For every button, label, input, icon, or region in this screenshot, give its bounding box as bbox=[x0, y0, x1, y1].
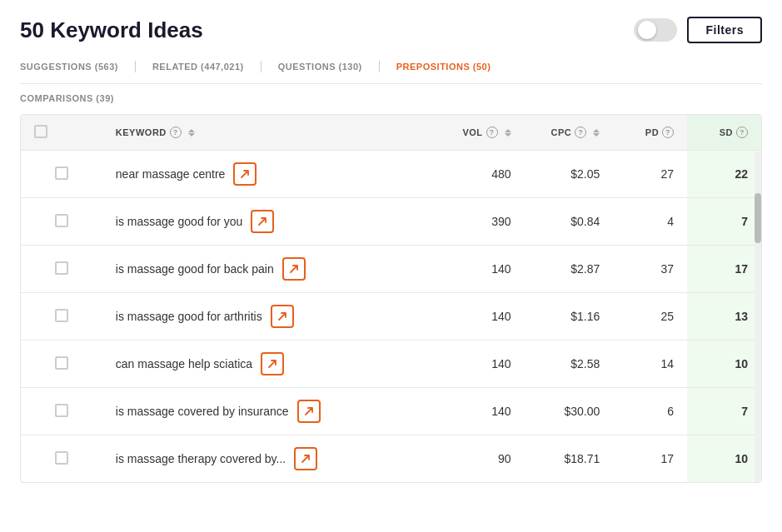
sd-help-icon[interactable]: ? bbox=[736, 127, 748, 138]
keyword-redirect-button[interactable] bbox=[294, 447, 317, 470]
table-row: is massage covered by insurance140$30.00… bbox=[21, 388, 761, 435]
vol-cell: 140 bbox=[436, 246, 525, 293]
table-header-row: KEYWORD ? VOL ? bbox=[21, 115, 761, 151]
vol-cell: 140 bbox=[436, 293, 525, 341]
keyword-text: can massage help sciatica bbox=[116, 357, 252, 370]
vol-cell: 480 bbox=[436, 151, 525, 198]
row-checkbox[interactable] bbox=[55, 404, 68, 417]
tab-divider-3 bbox=[379, 61, 380, 72]
tab-related[interactable]: RELATED (447,021) bbox=[152, 62, 261, 72]
keyword-redirect-button[interactable] bbox=[271, 305, 294, 328]
keyword-text: is massage covered by insurance bbox=[116, 405, 289, 418]
keyword-redirect-button[interactable] bbox=[297, 400, 321, 423]
vol-cell: 140 bbox=[436, 341, 525, 388]
cpc-sort[interactable] bbox=[593, 129, 600, 137]
tab-bar: SUGGESTIONS (563) RELATED (447,021) QUES… bbox=[20, 60, 762, 84]
sd-cell: 10 bbox=[687, 341, 761, 388]
th-keyword: KEYWORD ? bbox=[102, 115, 436, 151]
keyword-help-icon[interactable]: ? bbox=[170, 127, 182, 138]
table-row: can massage help sciatica140$2.581410 bbox=[21, 341, 761, 388]
table-row: is massage good for back pain140$2.87371… bbox=[21, 246, 761, 293]
header-controls: Filters bbox=[634, 17, 762, 43]
toggle-thumb bbox=[638, 21, 656, 39]
row-checkbox-cell bbox=[21, 293, 102, 341]
row-checkbox[interactable] bbox=[55, 167, 68, 180]
keyword-cell: is massage therapy covered by... bbox=[102, 435, 436, 483]
tab-divider-2 bbox=[261, 61, 261, 72]
scrollbar-thumb[interactable] bbox=[755, 193, 761, 243]
select-all-header bbox=[21, 115, 102, 151]
tab-questions[interactable]: QUESTIONS (130) bbox=[278, 62, 379, 72]
th-pd: PD ? bbox=[613, 115, 687, 151]
table-row: is massage good for you390$0.8447 bbox=[21, 198, 761, 246]
table-row: is massage therapy covered by...90$18.71… bbox=[21, 435, 761, 483]
sort-up-icon bbox=[188, 129, 195, 132]
scrollbar-track[interactable] bbox=[755, 152, 761, 482]
row-checkbox[interactable] bbox=[55, 214, 68, 227]
cpc-sort-up-icon bbox=[593, 129, 600, 132]
keyword-cell: near massage centre bbox=[102, 151, 436, 198]
keyword-cell: is massage good for back pain bbox=[102, 246, 436, 293]
keyword-redirect-button[interactable] bbox=[251, 210, 274, 233]
cpc-help-icon[interactable]: ? bbox=[575, 127, 586, 138]
row-checkbox[interactable] bbox=[55, 309, 68, 322]
vol-cell: 390 bbox=[436, 198, 525, 246]
th-vol: VOL ? bbox=[436, 115, 525, 151]
keyword-redirect-button[interactable] bbox=[261, 352, 284, 375]
keyword-text: is massage therapy covered by... bbox=[116, 452, 286, 465]
keyword-redirect-button[interactable] bbox=[282, 257, 306, 281]
cpc-cell: $2.58 bbox=[525, 341, 614, 388]
vol-help-icon[interactable]: ? bbox=[486, 127, 498, 138]
pd-cell: 17 bbox=[613, 435, 687, 483]
keyword-text: near massage centre bbox=[116, 167, 226, 181]
vol-cell: 90 bbox=[436, 435, 525, 483]
pd-cell: 27 bbox=[613, 151, 687, 198]
sort-down-icon bbox=[188, 133, 195, 137]
tab-comparisons[interactable]: COMPARISONS (39) bbox=[20, 93, 131, 103]
cpc-cell: $2.05 bbox=[525, 151, 614, 198]
cpc-cell: $1.16 bbox=[525, 293, 614, 341]
keyword-cell: can massage help sciatica bbox=[102, 341, 436, 388]
keyword-table: KEYWORD ? VOL ? bbox=[20, 114, 762, 483]
pd-cell: 14 bbox=[613, 341, 687, 388]
keyword-text: is massage good for arthritis bbox=[116, 310, 262, 323]
page-header: 50 Keyword Ideas Filters bbox=[20, 17, 762, 43]
vol-sort-down-icon bbox=[505, 133, 511, 137]
vol-sort[interactable] bbox=[505, 129, 511, 137]
filters-button[interactable]: Filters bbox=[687, 17, 762, 43]
row-checkbox-cell bbox=[21, 341, 102, 388]
pd-help-icon[interactable]: ? bbox=[662, 127, 674, 138]
row-checkbox[interactable] bbox=[55, 261, 68, 275]
pd-cell: 6 bbox=[613, 388, 687, 435]
sd-cell: 7 bbox=[687, 198, 761, 246]
select-all-checkbox[interactable] bbox=[34, 125, 47, 138]
row-checkbox-cell bbox=[21, 246, 102, 293]
cpc-cell: $2.87 bbox=[525, 246, 614, 293]
tab-suggestions[interactable]: SUGGESTIONS (563) bbox=[20, 62, 135, 72]
th-sd: SD ? bbox=[687, 115, 761, 151]
sd-cell: 22 bbox=[687, 151, 761, 198]
row-checkbox[interactable] bbox=[55, 356, 68, 370]
row-checkbox-cell bbox=[21, 388, 102, 435]
keyword-sort[interactable] bbox=[188, 129, 195, 137]
keyword-cell: is massage good for arthritis bbox=[102, 293, 436, 341]
tab-prepositions[interactable]: PREPOSITIONS (50) bbox=[396, 62, 508, 72]
pd-cell: 37 bbox=[613, 246, 687, 293]
keyword-redirect-button[interactable] bbox=[233, 162, 257, 186]
keyword-cell: is massage good for you bbox=[102, 198, 436, 246]
keyword-cell: is massage covered by insurance bbox=[102, 388, 436, 435]
th-cpc: CPC ? bbox=[525, 115, 614, 151]
vol-cell: 140 bbox=[436, 388, 525, 435]
row-checkbox[interactable] bbox=[55, 451, 68, 465]
table-row: near massage centre480$2.052722 bbox=[21, 151, 761, 198]
page-title: 50 Keyword Ideas bbox=[20, 17, 203, 43]
pd-cell: 25 bbox=[613, 293, 687, 341]
row-checkbox-cell bbox=[21, 151, 102, 198]
sd-cell: 13 bbox=[687, 293, 761, 341]
row-checkbox-cell bbox=[21, 198, 102, 246]
sd-cell: 7 bbox=[687, 388, 761, 435]
toggle-switch[interactable] bbox=[634, 18, 677, 42]
cpc-cell: $0.84 bbox=[525, 198, 614, 246]
sd-cell: 17 bbox=[687, 246, 761, 293]
row-checkbox-cell bbox=[21, 435, 102, 483]
